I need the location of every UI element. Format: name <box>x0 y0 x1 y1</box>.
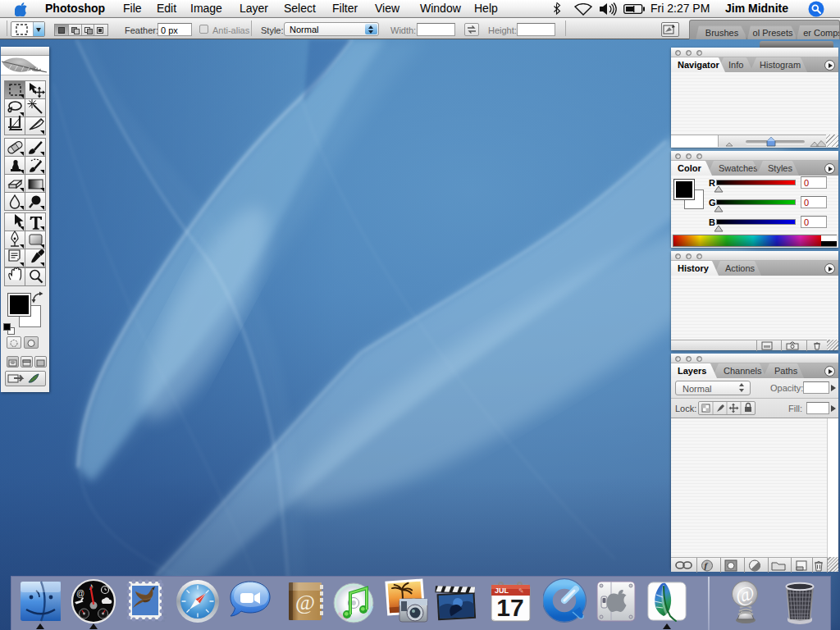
svg-text:@: @ <box>295 591 315 614</box>
svg-text:17: 17 <box>496 594 523 621</box>
svg-text:@: @ <box>76 589 84 598</box>
